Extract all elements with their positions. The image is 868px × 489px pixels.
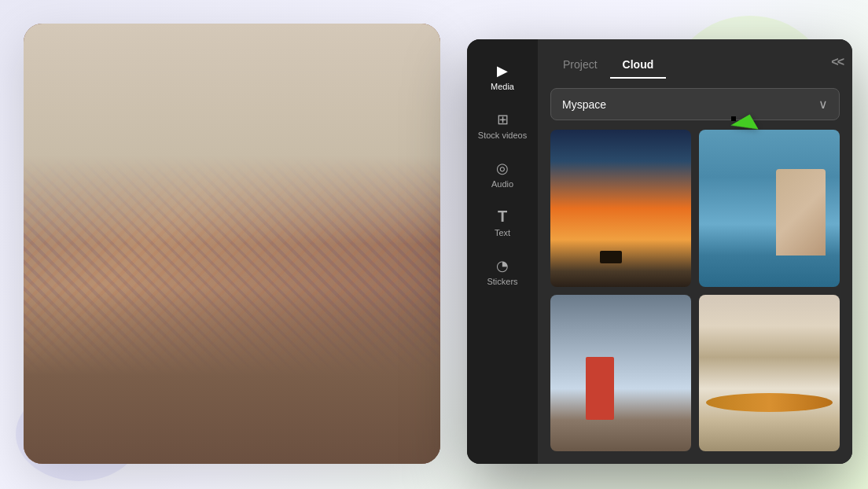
dropdown-row: Myspace ∨	[538, 79, 852, 130]
sidebar-label-audio: Audio	[491, 179, 513, 189]
sidebar-item-media[interactable]: Media	[467, 52, 538, 101]
sidebar-item-text[interactable]: Text	[467, 198, 538, 247]
photo-image	[24, 24, 440, 464]
tabs-row: Project Cloud <<	[538, 39, 852, 79]
cursor-pointer	[731, 116, 736, 121]
sidebar-label-stickers: Stickers	[487, 277, 517, 286]
app-panel: Media Stock videos Audio Text Stickers P…	[467, 39, 852, 464]
dropdown-value: Myspace	[562, 98, 606, 111]
media-grid	[538, 130, 852, 464]
sidebar-item-stock-videos[interactable]: Stock videos	[467, 101, 538, 149]
tab-cloud[interactable]: Cloud	[610, 52, 667, 79]
stickers-icon	[496, 256, 509, 274]
collapse-button[interactable]: <<	[831, 55, 843, 69]
sidebar-label-stock: Stock videos	[478, 131, 527, 140]
media-icon	[497, 61, 508, 79]
photo-card	[24, 24, 440, 464]
sidebar: Media Stock videos Audio Text Stickers	[467, 39, 538, 464]
media-thumbnail-4[interactable]	[699, 295, 840, 452]
tab-project[interactable]: Project	[550, 52, 610, 79]
sidebar-label-media: Media	[491, 82, 514, 91]
stock-icon	[497, 110, 509, 127]
sidebar-item-stickers[interactable]: Stickers	[467, 247, 538, 296]
main-content: Project Cloud << Myspace ∨	[538, 39, 852, 464]
media-thumbnail-2[interactable]	[699, 130, 840, 287]
sidebar-label-text: Text	[495, 228, 510, 237]
text-icon	[498, 208, 507, 225]
media-thumbnail-1[interactable]	[550, 130, 691, 287]
sidebar-item-audio[interactable]: Audio	[467, 149, 538, 198]
media-thumbnail-3[interactable]	[550, 295, 691, 452]
cloud-service-dropdown[interactable]: Myspace ∨	[550, 88, 840, 120]
chevron-down-icon: ∨	[818, 97, 828, 112]
audio-icon	[496, 159, 509, 176]
